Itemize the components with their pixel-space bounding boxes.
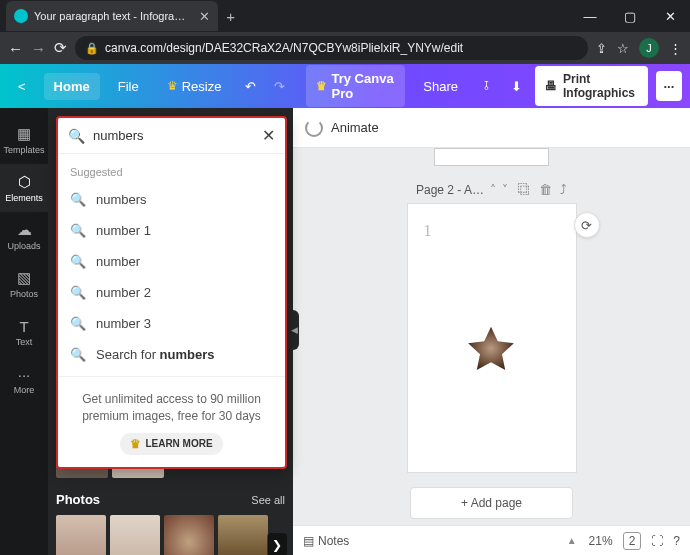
suggestions-header: Suggested — [58, 160, 285, 184]
sidebar-item-more[interactable]: ···More — [0, 356, 48, 404]
print-icon: 🖶 — [545, 79, 557, 93]
file-menu[interactable]: File — [108, 73, 149, 100]
suggestion-item[interactable]: 🔍number 1 — [58, 215, 285, 246]
canvas-area: Animate Page 2 - A… ˄ ˅ ⿻ 🗑 ⤴ ⟳ 1 — [293, 108, 690, 555]
search-for-item[interactable]: 🔍Search for numbers — [58, 339, 285, 370]
search-input[interactable] — [93, 128, 262, 143]
download-icon[interactable]: ⬇ — [506, 72, 528, 100]
uploads-icon: ☁ — [15, 221, 33, 239]
page-indicator[interactable]: 2 — [623, 532, 642, 550]
back-to-home-arrow[interactable]: < — [8, 73, 36, 100]
share-button[interactable]: Share — [413, 73, 468, 100]
text-icon: T — [15, 317, 33, 335]
sidebar-item-text[interactable]: TText — [0, 308, 48, 356]
insights-icon[interactable]: ⫱ — [476, 72, 498, 100]
maximize-button[interactable]: ▢ — [610, 0, 650, 32]
undo-button[interactable]: ↶ — [239, 72, 261, 100]
page-label[interactable]: Page 2 - A… — [416, 183, 484, 197]
print-button[interactable]: 🖶Print Infographics — [535, 66, 648, 106]
resize-label: Resize — [182, 79, 222, 94]
left-sidebar: ▦Templates ⬡Elements ☁Uploads ▧Photos TT… — [0, 108, 48, 555]
share-icon[interactable]: ⇪ — [596, 41, 607, 56]
search-icon: 🔍 — [70, 285, 86, 300]
suggestion-text: number 1 — [96, 223, 151, 238]
design-page[interactable]: ⟳ 1 — [407, 203, 577, 473]
zoom-display[interactable]: 21% — [589, 534, 613, 548]
new-tab-button[interactable]: + — [226, 8, 235, 25]
collapse-panel-button[interactable]: ◀ — [289, 310, 299, 350]
try-pro-button[interactable]: ♛Try Canva Pro — [306, 65, 405, 107]
window-controls: — ▢ ✕ — [570, 0, 690, 32]
clear-search-button[interactable]: ✕ — [262, 126, 275, 145]
sidebar-item-templates[interactable]: ▦Templates — [0, 116, 48, 164]
promo-box: Get unlimited access to 90 million premi… — [58, 376, 285, 467]
page-up-icon[interactable]: ▲ — [567, 535, 577, 546]
help-icon[interactable]: ? — [673, 534, 680, 548]
suggestion-text: numbers — [96, 192, 147, 207]
sidebar-label: More — [14, 385, 35, 395]
sidebar-item-elements[interactable]: ⬡Elements — [0, 164, 48, 212]
photo-thumb[interactable] — [56, 515, 106, 555]
browser-toolbar: ← → ⟳ 🔒 canva.com/design/DAE32CRaX2A/N7Q… — [0, 32, 690, 64]
zoom-value: 21% — [589, 534, 613, 548]
notes-icon: ▤ — [303, 534, 314, 548]
suggestion-item[interactable]: 🔍number — [58, 246, 285, 277]
elements-icon: ⬡ — [15, 173, 33, 191]
chevron-up-icon[interactable]: ˄ — [490, 183, 496, 197]
search-icon: 🔍 — [70, 316, 86, 331]
home-button[interactable]: Home — [44, 73, 100, 100]
search-icon: 🔍 — [70, 347, 86, 362]
suggestion-item[interactable]: 🔍numbers — [58, 184, 285, 215]
suggestion-item[interactable]: 🔍number 3 — [58, 308, 285, 339]
photo-thumb[interactable] — [164, 515, 214, 555]
duplicate-page-icon[interactable]: ⿻ — [518, 182, 531, 197]
back-button[interactable]: ← — [8, 40, 23, 57]
sidebar-label: Elements — [5, 193, 43, 203]
templates-icon: ▦ — [15, 125, 33, 143]
reload-button[interactable]: ⟳ — [54, 39, 67, 57]
learn-more-label: LEARN MORE — [145, 437, 212, 451]
delete-page-icon[interactable]: 🗑 — [539, 182, 552, 197]
chevron-down-icon[interactable]: ˅ — [502, 183, 508, 197]
learn-more-button[interactable]: ♛LEARN MORE — [120, 433, 222, 456]
context-toolbar: Animate — [293, 108, 690, 148]
profile-avatar[interactable]: J — [639, 38, 659, 58]
forward-button[interactable]: → — [31, 40, 46, 57]
add-page-button[interactable]: + Add page — [410, 487, 573, 519]
photo-thumb[interactable] — [218, 515, 268, 555]
sidebar-label: Templates — [3, 145, 44, 155]
suggestion-item[interactable]: 🔍number 2 — [58, 277, 285, 308]
address-bar[interactable]: 🔒 canva.com/design/DAE32CRaX2A/N7QCBYw8i… — [75, 36, 588, 60]
more-button[interactable]: ··· — [656, 71, 682, 101]
close-icon[interactable]: ✕ — [199, 9, 210, 24]
sidebar-item-photos[interactable]: ▧Photos — [0, 260, 48, 308]
print-label: Print Infographics — [563, 72, 638, 100]
export-page-icon[interactable]: ⤴ — [560, 182, 567, 197]
menu-icon[interactable]: ⋮ — [669, 41, 682, 56]
suggestion-text: number — [96, 254, 140, 269]
more-icon: ··· — [15, 365, 33, 383]
search-icon: 🔍 — [68, 128, 85, 144]
next-photos-button[interactable]: ❯ — [267, 533, 287, 555]
star-icon[interactable]: ☆ — [617, 41, 629, 56]
minimize-button[interactable]: — — [570, 0, 610, 32]
browser-tab[interactable]: Your paragraph text - Infogra… ✕ — [6, 1, 218, 31]
suggestion-text: number 2 — [96, 285, 151, 300]
see-all-link[interactable]: See all — [251, 494, 285, 506]
prev-page-sliver[interactable] — [434, 148, 549, 166]
url-text: canva.com/design/DAE32CRaX2A/N7QCBYw8iPl… — [105, 41, 463, 55]
crown-icon: ♛ — [316, 79, 327, 93]
refresh-button[interactable]: ⟳ — [574, 212, 600, 238]
tab-title: Your paragraph text - Infogra… — [34, 10, 185, 22]
star-element[interactable] — [463, 322, 519, 378]
close-window-button[interactable]: ✕ — [650, 0, 690, 32]
resize-button[interactable]: ♛Resize — [157, 73, 232, 100]
fullscreen-icon[interactable]: ⛶ — [651, 534, 663, 548]
search-icon: 🔍 — [70, 254, 86, 269]
photo-thumb[interactable] — [110, 515, 160, 555]
crown-icon: ♛ — [130, 436, 141, 453]
notes-button[interactable]: ▤Notes — [303, 534, 349, 548]
redo-button[interactable]: ↷ — [269, 72, 291, 100]
animate-button[interactable]: Animate — [331, 120, 379, 135]
sidebar-item-uploads[interactable]: ☁Uploads — [0, 212, 48, 260]
